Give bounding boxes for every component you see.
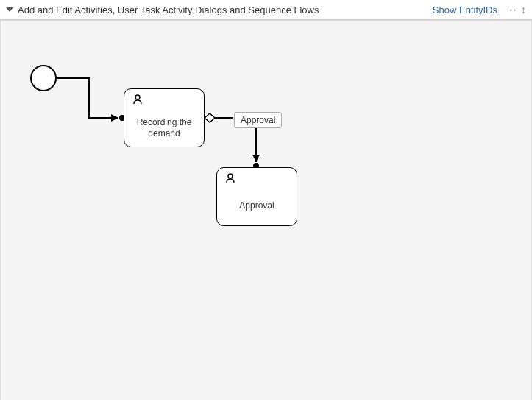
activity-label: Recording the demand [124,117,204,139]
activity-approval[interactable]: Approval [216,167,297,226]
svg-point-1 [228,174,233,178]
workflow-editor-panel: Add and Edit Activities, User Task Activ… [0,0,532,400]
connector-diamond-icon [205,113,215,122]
svg-point-0 [135,95,140,99]
resize-horizontal-icon[interactable]: ↔ [508,4,518,15]
workflow-canvas[interactable]: Recording the demand Approval Approval [0,20,532,400]
start-event[interactable] [30,65,57,91]
edge-label-approval[interactable]: Approval [234,112,282,128]
flow-start-to-recording[interactable] [57,78,118,118]
user-task-icon [224,172,236,186]
panel-header: Add and Edit Activities, User Task Activ… [0,0,532,20]
activity-label: Approval [217,200,297,211]
collapse-toggle-icon[interactable] [6,7,13,12]
resize-vertical-icon[interactable]: ↕ [521,4,526,15]
activity-recording[interactable]: Recording the demand [124,88,205,147]
panel-title: Add and Edit Activities, User Task Activ… [18,4,319,15]
user-task-icon [132,94,143,108]
show-entity-ids-link[interactable]: Show EntityIDs [433,4,497,15]
